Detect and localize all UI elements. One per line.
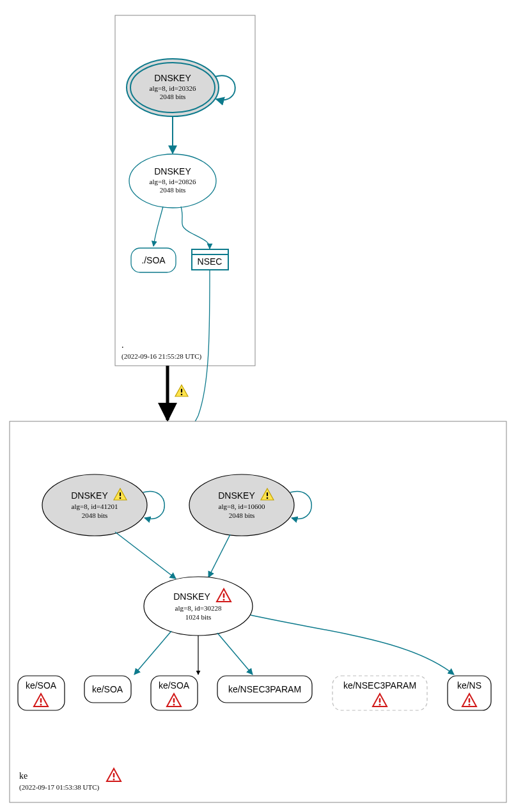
svg-text:2048 bits: 2048 bits <box>82 511 108 519</box>
svg-text:alg=8, id=20826: alg=8, id=20826 <box>150 178 196 185</box>
svg-text:ke/SOA: ke/SOA <box>159 680 190 691</box>
svg-text:alg=8, id=10600: alg=8, id=10600 <box>219 503 265 510</box>
svg-text:./SOA: ./SOA <box>141 255 166 265</box>
ke-soa2-node: ke/SOA <box>84 676 131 703</box>
root-zone-timestamp: (2022-09-16 21:55:28 UTC) <box>121 352 202 361</box>
svg-text:ke/NSEC3PARAM: ke/NSEC3PARAM <box>343 680 416 691</box>
ke-n3p2-node: ke/NSEC3PARAM <box>332 676 427 710</box>
root-soa-node: ./SOA <box>131 248 176 272</box>
svg-text:2048 bits: 2048 bits <box>160 93 186 100</box>
ke-n3p1-node: ke/NSEC3PARAM <box>217 676 312 703</box>
svg-text:ke/SOA: ke/SOA <box>92 684 123 694</box>
ke-ksk1-node: DNSKEY alg=8, id=41201 2048 bits <box>42 474 147 536</box>
svg-text:NSEC: NSEC <box>198 256 223 267</box>
root-ksk-node: DNSKEY alg=8, id=20326 2048 bits <box>127 59 219 116</box>
root-zsk-node: DNSKEY alg=8, id=20826 2048 bits <box>129 154 216 208</box>
svg-text:DNSKEY: DNSKEY <box>71 490 108 501</box>
root-nsec-node: NSEC <box>192 249 228 270</box>
svg-text:alg=8, id=20326: alg=8, id=20326 <box>150 84 196 92</box>
svg-text:ke/SOA: ke/SOA <box>26 680 57 691</box>
ke-ns-node: ke/NS <box>448 676 491 710</box>
svg-text:DNSKEY: DNSKEY <box>154 73 191 83</box>
svg-text:DNSKEY: DNSKEY <box>173 591 210 602</box>
svg-text:2048 bits: 2048 bits <box>229 511 255 519</box>
svg-text:2048 bits: 2048 bits <box>160 186 186 194</box>
svg-text:DNSKEY: DNSKEY <box>218 490 255 501</box>
svg-text:alg=8, id=41201: alg=8, id=41201 <box>72 503 118 510</box>
svg-text:ke/NSEC3PARAM: ke/NSEC3PARAM <box>228 684 301 694</box>
ke-zone: ke (2022-09-17 01:53:38 UTC) DNSKEY alg=… <box>10 421 506 802</box>
svg-text:alg=8, id=30228: alg=8, id=30228 <box>175 604 222 612</box>
svg-text:DNSKEY: DNSKEY <box>154 166 191 176</box>
ke-zone-label: ke <box>19 771 27 781</box>
root-zone: . (2022-09-16 21:55:28 UTC) DNSKEY alg=8… <box>115 15 255 366</box>
ke-ksk2-node: DNSKEY alg=8, id=10600 2048 bits <box>189 474 294 536</box>
svg-text:1024 bits: 1024 bits <box>185 613 212 621</box>
svg-text:ke/NS: ke/NS <box>457 680 481 691</box>
ke-soa3-node: ke/SOA <box>151 676 198 710</box>
ke-zone-timestamp: (2022-09-17 01:53:38 UTC) <box>19 783 100 792</box>
ke-zsk-node: DNSKEY alg=8, id=30228 1024 bits <box>144 577 253 636</box>
root-zone-label: . <box>121 340 124 350</box>
delegation-warning-icon <box>175 385 188 396</box>
ke-soa1-node: ke/SOA <box>18 676 65 710</box>
